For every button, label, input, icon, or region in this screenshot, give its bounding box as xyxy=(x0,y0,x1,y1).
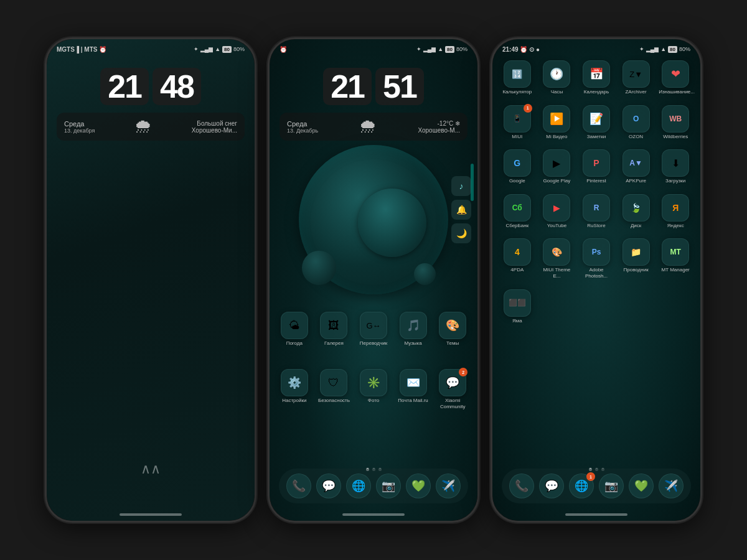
icon-wear[interactable]: ❤ xyxy=(662,60,689,88)
moon-side-btn[interactable]: 🌙 xyxy=(451,223,471,243)
app-ozon[interactable]: OOZON xyxy=(618,103,655,142)
icon-calculator[interactable]: 🔢 xyxy=(504,60,531,88)
app-label-photo: Фото xyxy=(368,398,379,404)
dock-messages[interactable]: 💬 xyxy=(316,474,341,498)
app-pinterest[interactable]: PPinterest xyxy=(578,147,615,187)
icon-google[interactable]: G xyxy=(504,149,531,177)
app-mi-video[interactable]: ▶️Mi Видео xyxy=(538,103,576,142)
app-disk[interactable]: 🍃Диск xyxy=(618,192,655,231)
wifi-icon: ▲ xyxy=(215,46,220,52)
bell-side-btn[interactable]: 🔔 xyxy=(451,200,471,220)
app-icon-xiaomi-community[interactable]: 💬 2 xyxy=(439,369,466,396)
app-rustore[interactable]: RRuStore xyxy=(578,192,615,231)
app-yandex[interactable]: ЯЯндекс xyxy=(657,192,694,231)
dock-3-whatsapp[interactable]: 💚 xyxy=(629,474,654,498)
app-files[interactable]: 📁Проводник xyxy=(618,236,655,281)
icon-disk[interactable]: 🍃 xyxy=(622,194,650,222)
app-item-gallery[interactable]: 🖼 Галерея xyxy=(316,309,353,349)
app-icon-gallery[interactable]: 🖼 xyxy=(320,312,347,339)
dock-3-messages[interactable]: 💬 xyxy=(539,474,564,498)
music-side-btn[interactable]: ♪ xyxy=(451,176,471,196)
label-pinterest: Pinterest xyxy=(586,178,606,184)
app-google[interactable]: GGoogle xyxy=(499,147,536,187)
app-apkpure[interactable]: A▼APKPure xyxy=(618,147,655,187)
icon-pinterest[interactable]: P xyxy=(583,149,610,177)
app-calendar[interactable]: 📅Календарь xyxy=(578,58,615,98)
icon-miui-theme[interactable]: 🎨 xyxy=(543,238,570,266)
app-icon-music[interactable]: 🎵 xyxy=(400,312,427,339)
app-yama[interactable]: ⬛⬛Яма xyxy=(499,287,536,327)
clock-widget-2: 21 51 xyxy=(270,57,477,109)
icon-google-play[interactable]: ▶ xyxy=(543,149,570,177)
app-item-photo[interactable]: ✳️ Фото xyxy=(355,366,392,412)
side-panel[interactable]: ♪ 🔔 🌙 xyxy=(451,176,471,243)
icon-photoshop[interactable]: Ps xyxy=(583,238,610,266)
icon-yandex[interactable]: Я xyxy=(662,194,689,222)
icon-yama[interactable]: ⬛⬛ xyxy=(504,289,531,317)
app-icon-photo[interactable]: ✳️ xyxy=(360,369,387,396)
app-grid-row2: ⚙️ Настройки 🛡 Безопасность ✳️ Фото ✉️ П… xyxy=(270,364,477,414)
icon-zarchiver[interactable]: Z▼ xyxy=(622,60,650,88)
app-sber[interactable]: СбСберБанк xyxy=(499,192,536,231)
icon-mi-video[interactable]: ▶️ xyxy=(543,105,570,133)
app-item-music[interactable]: 🎵 Музыка xyxy=(395,309,432,349)
dock-telegram[interactable]: ✈️ xyxy=(436,474,461,498)
app-mt-manager[interactable]: MTMT Manager xyxy=(657,236,694,281)
dock-3-telegram[interactable]: ✈️ xyxy=(659,474,684,498)
dock-camera[interactable]: 📷 xyxy=(376,474,401,498)
app-item-security[interactable]: 🛡 Безопасность xyxy=(316,366,353,412)
battery-percent: 80% xyxy=(233,46,245,52)
status-bar-1: MGTS▐ | MTS ⏰ ✦ ▂▄▆ ▲ 80 80% xyxy=(47,39,255,57)
app-downloads[interactable]: ⬇Загрузки xyxy=(657,147,694,187)
app-item-weather[interactable]: 🌤 Погода xyxy=(276,309,313,349)
app-wear[interactable]: ❤Изнашивание... xyxy=(657,58,694,98)
icon-downloads[interactable]: ⬇ xyxy=(662,149,689,177)
app-icon-mailru[interactable]: ✉️ xyxy=(400,369,427,396)
dock-3-phone[interactable]: 📞 xyxy=(509,474,534,498)
app-clock[interactable]: 🕐Часы xyxy=(538,58,576,98)
app-youtube[interactable]: ▶YouTube xyxy=(538,192,576,231)
app-row-r5: 44PDA 🎨MIUI Theme E... PsAdobe Photosh..… xyxy=(492,233,700,284)
app-item-translate[interactable]: G↔ Переводчик xyxy=(355,309,392,349)
app-notes[interactable]: 📝Заметки xyxy=(578,103,615,142)
dock-3-camera[interactable]: 📷 xyxy=(599,474,624,498)
dock-browser[interactable]: 🌐 xyxy=(346,474,371,498)
dock-whatsapp[interactable]: 💚 xyxy=(406,474,431,498)
app-zarchiver[interactable]: Z▼ZArchiver xyxy=(618,58,655,98)
icon-ozon[interactable]: O xyxy=(622,105,650,133)
app-icon-translate[interactable]: G↔ xyxy=(360,312,387,339)
icon-miui[interactable]: 📱1 xyxy=(504,105,531,133)
icon-mt-manager[interactable]: MT xyxy=(662,238,689,266)
dock-phone[interactable]: 📞 xyxy=(286,474,311,498)
app-icon-weather[interactable]: 🌤 xyxy=(281,312,308,339)
app-calculator[interactable]: 🔢Калькулятор xyxy=(499,58,536,98)
icon-calendar[interactable]: 📅 xyxy=(583,60,610,88)
icon-4pda[interactable]: 4 xyxy=(504,238,531,266)
icon-youtube[interactable]: ▶ xyxy=(543,194,570,222)
app-google-play[interactable]: ▶Google Play xyxy=(538,147,576,187)
status-bar-3: 21:49 ⏰ ⊙ ● ✦ ▂▄▆ ▲ 80 80% xyxy=(492,39,700,57)
app-icon-settings[interactable]: ⚙️ xyxy=(281,369,308,396)
app-photoshop[interactable]: PsAdobe Photosh... xyxy=(578,236,615,281)
app-item-settings[interactable]: ⚙️ Настройки xyxy=(276,366,313,412)
icon-notes[interactable]: 📝 xyxy=(583,105,610,133)
app-icon-themes[interactable]: 🎨 xyxy=(439,312,466,339)
app-4pda[interactable]: 44PDA xyxy=(499,236,536,281)
app-miui-theme[interactable]: 🎨MIUI Theme E... xyxy=(538,236,576,281)
status-right-3: ✦ ▂▄▆ ▲ 80 80% xyxy=(639,46,690,53)
app-item-xiaomi-community[interactable]: 💬 2 Xiaomi Community xyxy=(434,366,471,412)
icon-apkpure[interactable]: A▼ xyxy=(622,149,650,177)
app-item-themes[interactable]: 🎨 Темы xyxy=(434,309,471,349)
icon-clock[interactable]: 🕐 xyxy=(543,60,570,88)
label-youtube: YouTube xyxy=(547,223,566,229)
app-item-mailru[interactable]: ✉️ Почта Mail.ru xyxy=(395,366,432,412)
icon-sber[interactable]: Сб xyxy=(504,194,531,222)
app-wb[interactable]: WBWildberries xyxy=(657,103,694,142)
app-icon-security[interactable]: 🛡 xyxy=(320,369,347,396)
icon-rustore[interactable]: R xyxy=(583,194,610,222)
icon-wb[interactable]: WB xyxy=(662,105,689,133)
icon-files[interactable]: 📁 xyxy=(622,238,650,266)
dock-3-browser[interactable]: 🌐 1 xyxy=(569,474,594,498)
app-miui[interactable]: 📱1MIUI xyxy=(499,103,536,142)
label-mt-manager: MT Manager xyxy=(662,267,690,273)
